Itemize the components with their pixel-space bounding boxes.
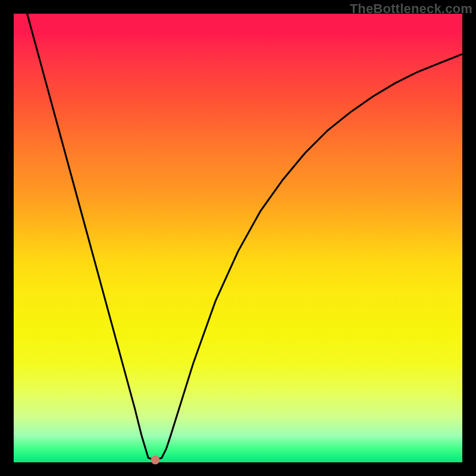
chart-frame <box>14 14 462 462</box>
bottleneck-curve <box>14 14 462 462</box>
optimal-point-marker <box>151 456 159 465</box>
curve-path <box>27 14 462 460</box>
